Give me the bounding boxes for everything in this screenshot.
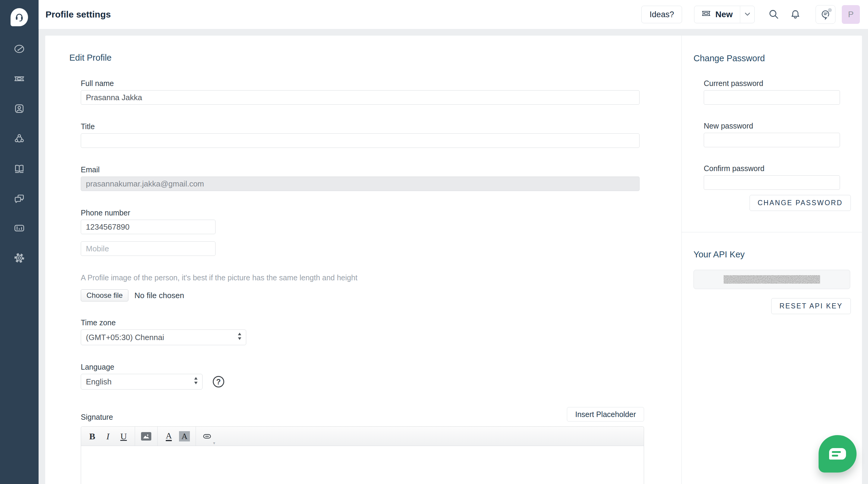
- reset-api-key-button[interactable]: RESET API KEY: [771, 298, 851, 314]
- select-stepper-icon: [238, 333, 242, 342]
- time-zone-label: Time zone: [81, 318, 681, 327]
- change-password-heading: Change Password: [693, 53, 851, 63]
- bg-color-icon: A: [179, 431, 190, 442]
- signature-text-area[interactable]: [81, 446, 644, 484]
- chat-bubbles-icon: [13, 192, 26, 205]
- sidebar-item-tickets[interactable]: [13, 73, 26, 85]
- phone-input[interactable]: [81, 220, 216, 234]
- title-label: Title: [81, 122, 681, 131]
- bold-button[interactable]: B: [86, 430, 98, 443]
- team-network-icon: [13, 132, 26, 145]
- api-key-field: [693, 270, 850, 289]
- confirm-password-label: Confirm password: [704, 164, 851, 173]
- link-icon: [203, 431, 211, 442]
- current-password-label: Current password: [704, 79, 851, 88]
- edit-profile-form: Full name Title Email Phone number A Pro: [81, 79, 681, 484]
- link-caret-icon: ▾: [213, 440, 215, 446]
- image-icon: [141, 432, 151, 440]
- current-password-input[interactable]: [704, 90, 840, 105]
- chevron-down-icon: [744, 12, 750, 17]
- new-button-label: New: [715, 10, 733, 19]
- profile-image-row: Choose file No file chosen: [81, 289, 681, 302]
- time-zone-value: (GMT+05:30) Chennai: [86, 333, 164, 342]
- avatar-initial: P: [848, 10, 854, 19]
- notification-dot: [828, 8, 832, 12]
- email-row: Email: [81, 165, 681, 191]
- insert-placeholder-button[interactable]: Insert Placeholder: [567, 407, 644, 422]
- insert-link-button[interactable]: ▾: [201, 430, 213, 443]
- new-password-input[interactable]: [704, 133, 840, 147]
- sidebar-item-settings[interactable]: [13, 252, 26, 264]
- ticket-icon: [702, 10, 711, 19]
- bar-chart-icon: [13, 222, 26, 234]
- italic-button[interactable]: I: [101, 430, 114, 443]
- search-button[interactable]: [766, 6, 782, 23]
- sidebar-item-contacts[interactable]: [13, 102, 26, 115]
- language-select[interactable]: English: [81, 374, 203, 390]
- time-zone-row: Time zone (GMT+05:30) Chennai: [81, 318, 681, 345]
- edit-profile-heading: Edit Profile: [69, 53, 681, 63]
- full-name-row: Full name: [81, 79, 681, 105]
- user-avatar[interactable]: P: [842, 5, 860, 24]
- feedback-chat-button[interactable]: [815, 5, 835, 24]
- sidebar-item-chats[interactable]: [13, 192, 26, 205]
- live-chat-widget-button[interactable]: [818, 435, 857, 473]
- underline-button[interactable]: U: [117, 430, 130, 443]
- phone-label: Phone number: [81, 208, 681, 217]
- new-ticket-dropdown[interactable]: [740, 6, 754, 23]
- redacted-api-key: [724, 275, 820, 284]
- toolbar-group-image: [135, 427, 158, 446]
- language-row: Language English ?: [81, 363, 681, 390]
- title-row: Title: [81, 122, 681, 148]
- full-name-input[interactable]: [81, 90, 640, 105]
- new-ticket-button[interactable]: New: [694, 6, 740, 23]
- contact-card-icon: [13, 102, 26, 115]
- new-password-label: New password: [704, 122, 851, 130]
- sidebar-item-dashboard[interactable]: [13, 42, 26, 55]
- book-icon: [13, 162, 26, 175]
- sidebar-nav: [13, 42, 26, 264]
- mobile-input[interactable]: [81, 241, 216, 256]
- toolbar-group-link: ▾: [196, 427, 218, 446]
- language-value: English: [86, 377, 112, 387]
- time-zone-select[interactable]: (GMT+05:30) Chennai: [81, 330, 246, 345]
- signature-label: Signature: [81, 413, 113, 422]
- confirm-password-input[interactable]: [704, 175, 840, 190]
- bg-color-button[interactable]: A: [178, 430, 191, 443]
- bell-icon: [789, 8, 801, 21]
- new-password-row: New password: [704, 122, 851, 147]
- language-help-icon[interactable]: ?: [213, 376, 224, 388]
- sidebar-item-teams[interactable]: [13, 132, 26, 145]
- topbar: Profile settings Ideas? New: [38, 0, 868, 29]
- font-color-icon: A: [166, 431, 172, 441]
- toolbar-group-text-style: B I U: [81, 427, 135, 446]
- sidebar: [0, 0, 38, 484]
- toolbar-group-color: A A: [158, 427, 196, 446]
- insert-image-button[interactable]: [140, 430, 153, 443]
- change-password-button[interactable]: CHANGE PASSWORD: [749, 195, 851, 211]
- app-logo[interactable]: [10, 8, 28, 26]
- email-label: Email: [81, 165, 681, 174]
- confirm-password-row: Confirm password: [704, 164, 851, 190]
- select-stepper-icon: [194, 377, 198, 387]
- profile-image-help-text: A Profile image of the person, it's best…: [81, 274, 681, 282]
- signature-editor: B I U: [81, 426, 644, 484]
- section-divider: [681, 232, 862, 232]
- file-chosen-status: No file chosen: [134, 291, 184, 300]
- signature-toolbar: B I U: [81, 427, 644, 446]
- current-password-row: Current password: [704, 79, 851, 105]
- choose-file-button[interactable]: Choose file: [81, 289, 128, 302]
- headset-logo-icon: [13, 10, 25, 24]
- ideas-button[interactable]: Ideas?: [641, 6, 682, 23]
- phone-row: Phone number: [81, 208, 681, 256]
- notifications-button[interactable]: [787, 6, 804, 23]
- new-ticket-split-button: New: [694, 6, 755, 23]
- email-input: [81, 176, 640, 191]
- sidebar-item-knowledge-base[interactable]: [13, 162, 26, 175]
- language-label: Language: [81, 363, 681, 371]
- title-input[interactable]: [81, 133, 640, 148]
- edit-profile-section: Edit Profile Full name Title Email Phone…: [45, 36, 681, 484]
- sidebar-item-reports[interactable]: [13, 222, 26, 234]
- gear-icon: [13, 252, 26, 264]
- font-color-button[interactable]: A: [162, 430, 175, 443]
